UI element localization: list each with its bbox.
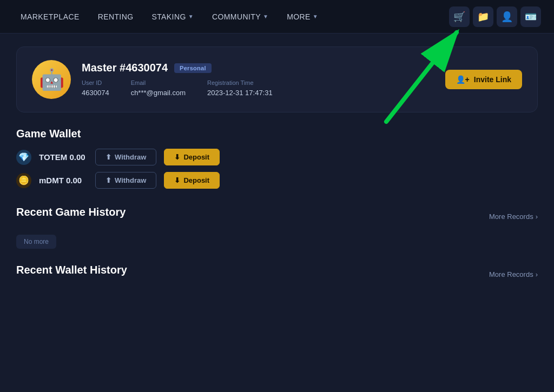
profile-name: Master #4630074 — [82, 62, 168, 74]
game-history-title: Recent Game History — [16, 206, 126, 218]
wallet-history-header: Recent Wallet History More Records › — [16, 264, 538, 285]
game-history-more-records[interactable]: More Records › — [489, 212, 538, 221]
main-content: 🤖 Master #4630074 Personal User ID 46300… — [0, 34, 554, 392]
withdraw-icon-2: ⬆ — [105, 176, 111, 184]
invite-link-button[interactable]: 👤+ Invite Link — [445, 70, 522, 89]
email-field: Email ch***@gmail.com — [131, 79, 186, 97]
avatar-image: 🤖 — [39, 69, 64, 90]
user-plus-icon: 👤+ — [456, 75, 470, 84]
mdmt-wallet-row: 🪙 mDMT 0.00 ⬆ Withdraw ⬇ Deposit — [16, 172, 538, 189]
more-chevron-icon: ▼ — [313, 14, 318, 19]
user-icon-button[interactable]: 👤 — [497, 6, 517, 27]
profile-card: 🤖 Master #4630074 Personal User ID 46300… — [16, 46, 538, 112]
profile-meta: User ID 4630074 Email ch***@gmail.com Re… — [82, 79, 434, 97]
recent-wallet-history-section: Recent Wallet History More Records › — [16, 264, 538, 285]
profile-info: Master #4630074 Personal User ID 4630074… — [82, 62, 434, 97]
mdmt-deposit-button[interactable]: ⬇ Deposit — [164, 172, 220, 189]
totem-deposit-button[interactable]: ⬇ Deposit — [164, 149, 220, 165]
reg-time-label: Registration Time — [207, 79, 273, 86]
totem-token-icon: 💎 — [16, 150, 31, 165]
game-history-header: Recent Game History More Records › — [16, 206, 538, 227]
mdmt-token-label: mDMT 0.00 — [39, 176, 88, 185]
nav-marketplace[interactable]: MARKETPLACE — [13, 8, 87, 25]
wallet-chevron-right-icon: › — [536, 270, 538, 278]
totem-withdraw-button[interactable]: ⬆ Withdraw — [95, 149, 156, 165]
recent-game-history-section: Recent Game History More Records › No mo… — [16, 206, 538, 249]
game-wallet-title: Game Wallet — [16, 128, 538, 140]
avatar: 🤖 — [32, 60, 71, 99]
user-id-label: User ID — [82, 79, 109, 86]
game-wallet-section: Game Wallet 💎 TOTEM 0.00 ⬆ Withdraw ⬇ De… — [16, 128, 538, 189]
email-label: Email — [131, 79, 186, 86]
deposit-icon: ⬇ — [174, 153, 180, 161]
nav-community[interactable]: COMMUNITY ▼ — [205, 8, 276, 25]
reg-time-value: 2023-12-31 17:47:31 — [207, 89, 273, 97]
cart-icon-button[interactable]: 🛒 — [449, 6, 470, 27]
withdraw-icon: ⬆ — [105, 153, 111, 161]
wallet-history-more-records[interactable]: More Records › — [489, 270, 538, 278]
nav-renting[interactable]: RENTING — [90, 8, 141, 25]
email-value: ch***@gmail.com — [131, 89, 186, 97]
nav-staking[interactable]: STAKING ▼ — [144, 8, 201, 25]
wallet-history-title: Recent Wallet History — [16, 264, 127, 276]
totem-token-label: TOTEM 0.00 — [39, 152, 88, 162]
idcard-icon-button[interactable]: 🪪 — [520, 6, 541, 27]
navbar: MARKETPLACE RENTING STAKING ▼ COMMUNITY … — [0, 0, 554, 34]
profile-name-row: Master #4630074 Personal — [82, 62, 434, 74]
user-id-value: 4630074 — [82, 89, 109, 97]
mdmt-token-icon: 🪙 — [16, 173, 31, 188]
folder-icon-button[interactable]: 📁 — [473, 6, 493, 27]
nav-icons: 🛒 📁 👤 🪪 — [449, 6, 541, 27]
totem-wallet-row: 💎 TOTEM 0.00 ⬆ Withdraw ⬇ Deposit — [16, 149, 538, 165]
user-id-field: User ID 4630074 — [82, 79, 109, 97]
personal-badge: Personal — [174, 63, 212, 73]
staking-chevron-icon: ▼ — [188, 14, 194, 19]
mdmt-withdraw-button[interactable]: ⬆ Withdraw — [95, 172, 156, 189]
nav-links: MARKETPLACE RENTING STAKING ▼ COMMUNITY … — [13, 8, 449, 25]
nav-more[interactable]: MORE ▼ — [279, 8, 326, 25]
deposit-icon-2: ⬇ — [174, 176, 180, 184]
reg-time-field: Registration Time 2023-12-31 17:47:31 — [207, 79, 273, 97]
chevron-right-icon: › — [536, 212, 538, 221]
no-more-tag: No more — [16, 235, 56, 249]
community-chevron-icon: ▼ — [263, 14, 268, 19]
